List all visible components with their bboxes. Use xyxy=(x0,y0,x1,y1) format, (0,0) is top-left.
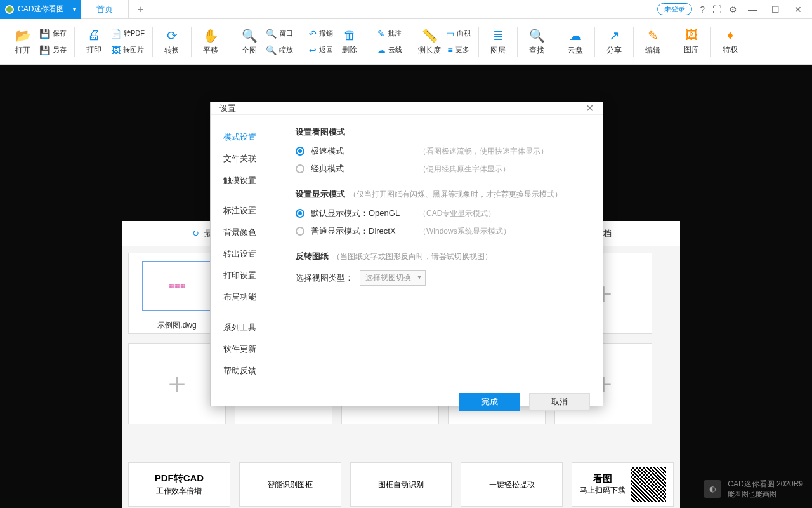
nav-update[interactable]: 软件更新 xyxy=(211,338,280,360)
nav-layout[interactable]: 布局功能 xyxy=(211,286,280,308)
view-type-select[interactable]: 选择视图切换 xyxy=(360,270,426,286)
nav-annotation[interactable]: 标注设置 xyxy=(211,200,280,222)
nav-touch[interactable]: 触摸设置 xyxy=(211,170,280,191)
dialog-nav: 模式设置 文件关联 触摸设置 标注设置 背景颜色 转出设置 打印设置 布局功能 … xyxy=(211,115,280,393)
radio-on-icon xyxy=(296,209,304,218)
view-type-label: 选择视图类型： xyxy=(296,272,353,284)
dialog-overlay: 设置 ✕ 模式设置 文件关联 触摸设置 标注设置 背景颜色 转出设置 打印设置 … xyxy=(0,0,812,508)
radio-fast-mode[interactable]: 极速模式 （看图极速流畅，使用快速字体显示） xyxy=(296,145,587,157)
dialog-content: 设置看图模式 极速模式 （看图极速流畅，使用快速字体显示） 经典模式 （使用经典… xyxy=(280,115,603,393)
radio-on-icon xyxy=(296,147,304,156)
settings-dialog: 设置 ✕ 模式设置 文件关联 触摸设置 标注设置 背景颜色 转出设置 打印设置 … xyxy=(210,102,603,406)
nav-print[interactable]: 打印设置 xyxy=(211,265,280,286)
ok-button[interactable]: 完成 xyxy=(459,393,520,411)
dialog-titlebar: 设置 ✕ xyxy=(211,102,603,115)
nav-tools[interactable]: 系列工具 xyxy=(211,317,280,338)
dialog-title: 设置 xyxy=(219,103,236,114)
radio-off-icon xyxy=(296,227,304,236)
nav-background[interactable]: 背景颜色 xyxy=(211,222,280,243)
nav-help[interactable]: 帮助反馈 xyxy=(211,360,280,382)
nav-mode[interactable]: 模式设置 xyxy=(211,126,280,148)
section-flip-title: 反转图纸（当图纸文字或图形反向时，请尝试切换视图） xyxy=(296,251,587,262)
radio-classic-mode[interactable]: 经典模式 （使用经典原生字体显示） xyxy=(296,163,587,175)
dialog-footer: 完成 取消 xyxy=(211,393,603,411)
cancel-button[interactable]: 取消 xyxy=(529,393,590,411)
section-view-mode-title: 设置看图模式 xyxy=(296,126,587,138)
dialog-close-button[interactable]: ✕ xyxy=(586,102,594,114)
nav-export[interactable]: 转出设置 xyxy=(211,243,280,265)
radio-off-icon xyxy=(296,164,304,173)
radio-opengl[interactable]: 默认显示模式：OpenGL （CAD专业显示模式） xyxy=(296,208,587,219)
radio-directx[interactable]: 普通显示模式：DirectX （Windows系统显示模式） xyxy=(296,225,587,237)
section-display-mode-title: 设置显示模式（仅当打开图纸有闪烁、黑屏等现象时，才推荐更换显示模式） xyxy=(296,189,587,200)
nav-file-assoc[interactable]: 文件关联 xyxy=(211,148,280,170)
